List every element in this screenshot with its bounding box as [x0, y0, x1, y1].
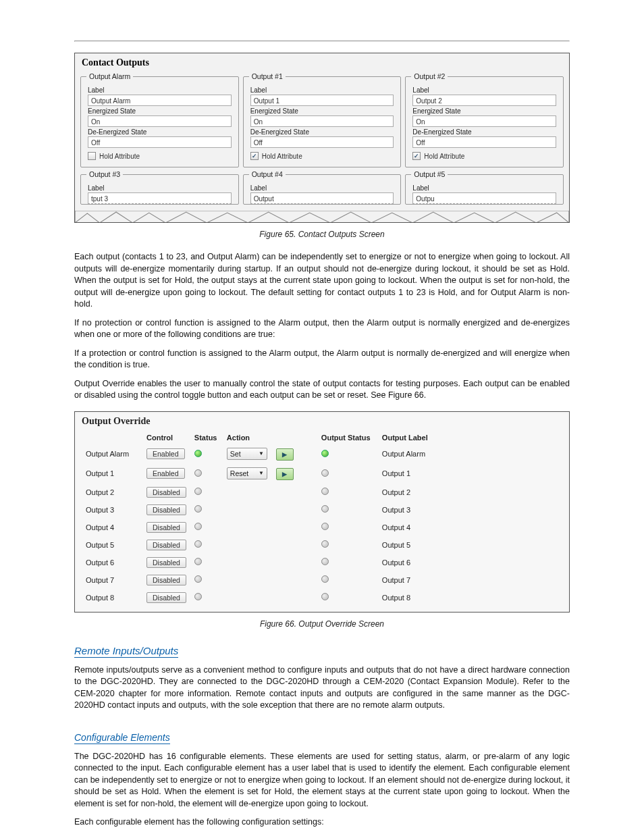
status-led [194, 488, 202, 495]
label-caption: Label [412, 86, 556, 94]
control-toggle[interactable]: Disabled [146, 575, 186, 585]
para-configurable: The DGC-2020HD has 16 configurable eleme… [74, 751, 570, 810]
output-status-led [321, 558, 329, 565]
label-input[interactable]: Outpu [412, 192, 556, 204]
label-caption: Label [88, 184, 232, 192]
output-status-led [321, 523, 329, 530]
deenergized-input[interactable]: Off [412, 136, 556, 148]
control-toggle[interactable]: Enabled [146, 448, 185, 459]
label-input[interactable]: Output [250, 192, 394, 204]
para: If no protection or control function is … [74, 317, 570, 341]
label-caption: Label [412, 184, 556, 192]
action-dropdown[interactable]: Reset▼ [227, 467, 267, 479]
col-output-status: Output Status [317, 431, 378, 444]
energized-input[interactable]: On [250, 115, 394, 127]
deenergized-input[interactable]: Off [88, 136, 232, 148]
deenergized-input[interactable]: Off [250, 136, 394, 148]
action-dropdown[interactable]: Set▼ [227, 448, 267, 460]
control-toggle[interactable]: Disabled [146, 487, 186, 498]
output-label: Output 5 [378, 536, 562, 554]
energized-caption: Energized State [88, 107, 232, 115]
action-go-button[interactable]: ▶ [276, 468, 294, 480]
output-label: Output 3 [378, 501, 562, 519]
energized-caption: Energized State [250, 107, 394, 115]
row-name: Output 2 [82, 484, 142, 501]
para: Each output (contacts 1 to 23, and Outpu… [74, 251, 570, 311]
contact-outputs-panel: Contact Outputs Output Alarm Label Outpu… [74, 53, 570, 223]
deenergized-caption: De-Energized State [412, 128, 556, 136]
label-input[interactable]: tput 3 [88, 192, 232, 204]
output-label: Output Alarm [378, 444, 562, 464]
control-toggle[interactable]: Disabled [146, 592, 186, 603]
control-toggle[interactable]: Disabled [146, 540, 186, 550]
control-toggle[interactable]: Disabled [146, 522, 186, 533]
status-led [194, 469, 202, 477]
action-go-button[interactable]: ▶ [276, 448, 294, 461]
table-row: Output 2 Disabled Output 2 [82, 484, 562, 501]
deenergized-caption: De-Energized State [250, 128, 394, 136]
label-caption: Label [250, 86, 394, 94]
row-name: Output 8 [82, 589, 142, 606]
para-remote: Remote inputs/outputs serve as a conveni… [74, 664, 570, 712]
output-label: Output 7 [378, 571, 562, 589]
col-action: Action [223, 431, 317, 444]
fieldset-output-2: Output #2 Label Output 2 Energized State… [405, 76, 564, 167]
status-led [194, 575, 202, 583]
row-name: Output 1 [82, 464, 142, 484]
output-label: Output 2 [378, 484, 562, 501]
output-status-led [321, 469, 329, 477]
control-toggle[interactable]: Enabled [146, 468, 185, 479]
legend: Output #5 [411, 170, 448, 178]
table-row: Output Alarm Enabled Set▼ ▶ Output Alarm [82, 444, 562, 464]
energized-input[interactable]: On [412, 115, 556, 127]
control-toggle[interactable]: Disabled [146, 557, 186, 568]
row-name: Output 4 [82, 519, 142, 536]
output-override-table: Control Status Action Output Status Outp… [82, 431, 562, 606]
hold-checkbox[interactable] [88, 152, 96, 160]
hold-checkbox[interactable] [412, 152, 421, 160]
fieldset-output-3: Output #3 Label tput 3 [80, 174, 239, 205]
legend: Output Alarm [86, 72, 133, 80]
row-name: Output 6 [82, 554, 142, 571]
status-led [194, 505, 202, 513]
energized-caption: Energized State [412, 107, 556, 115]
legend: Output #4 [249, 170, 286, 178]
table-row: Output 5 Disabled Output 5 [82, 536, 562, 554]
output-status-led [321, 505, 329, 513]
label-input[interactable]: Output 2 [412, 95, 556, 106]
torn-edge [75, 210, 569, 222]
label-input[interactable]: Output 1 [250, 95, 394, 106]
energized-input[interactable]: On [88, 115, 232, 127]
output-label: Output 1 [378, 464, 562, 484]
hold-label: Hold Attribute [262, 153, 302, 160]
label-caption: Label [88, 86, 232, 94]
row-name: Output 5 [82, 536, 142, 554]
para: Output Override enables the user to manu… [74, 378, 570, 402]
table-row: Output 7 Disabled Output 7 [82, 571, 562, 589]
panel-title: Output Override [82, 416, 562, 427]
table-row: Output 4 Disabled Output 4 [82, 519, 562, 536]
col-control: Control [142, 431, 190, 444]
table-row: Output 3 Disabled Output 3 [82, 501, 562, 519]
fieldset-output-5: Output #5 Label Outpu [405, 174, 564, 205]
para: If a protection or control function is a… [74, 348, 570, 371]
outputs-row-1: Output Alarm Label Output Alarm Energize… [80, 71, 564, 167]
status-led [194, 593, 202, 600]
hold-label: Hold Attribute [99, 153, 140, 160]
hold-checkbox[interactable] [250, 152, 259, 160]
hold-label: Hold Attribute [424, 153, 464, 160]
output-label: Output 6 [378, 554, 562, 571]
output-status-led [321, 488, 329, 495]
para-configurable-list-intro: Each configurable element has the follow… [74, 816, 570, 829]
col-output-label: Output Label [378, 431, 562, 444]
row-name: Output 3 [82, 501, 142, 519]
control-toggle[interactable]: Disabled [146, 504, 186, 515]
section-configurable-heading: Configurable Elements [74, 732, 170, 744]
output-label: Output 4 [378, 519, 562, 536]
output-status-led [321, 540, 329, 548]
label-input[interactable]: Output Alarm [88, 95, 232, 106]
row-name: Output Alarm [82, 444, 142, 464]
figure-66-caption: Figure 66. Output Override Screen [74, 619, 570, 629]
body-text-block-1: Each output (contacts 1 to 23, and Outpu… [74, 251, 570, 402]
legend: Output #2 [411, 72, 448, 80]
